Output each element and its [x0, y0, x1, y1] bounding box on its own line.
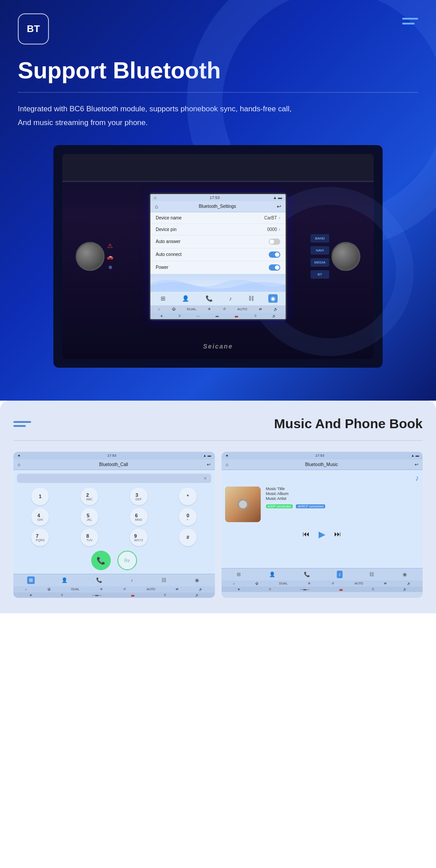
screen-bottom-nav: ⊞ 👤 📞 ♪ ⛓ ◉ [150, 291, 286, 305]
bb-zero2: 0 [254, 314, 256, 318]
nav-person-icon[interactable]: 👤 [180, 294, 191, 303]
section-ham-line-1 [13, 421, 31, 423]
ctb-arrow[interactable]: ⇄ [176, 588, 178, 591]
nav-link-icon[interactable]: ⛓ [246, 294, 256, 303]
media-button[interactable]: MEDIA [311, 258, 329, 267]
left-knob[interactable] [76, 242, 105, 271]
band-button[interactable]: BAND [311, 234, 329, 243]
toolbar-snowflake[interactable]: ❄ [208, 307, 211, 311]
screen-back-icon[interactable]: ↩ [277, 203, 281, 210]
mtb-loop[interactable]: ↺ [331, 582, 334, 585]
next-button[interactable]: ⏭ [334, 530, 341, 538]
call-home-icon[interactable]: ⌂ [18, 462, 20, 467]
toolbar-loop[interactable]: ↺ [223, 307, 226, 311]
music-nav-link[interactable]: ⛓ [367, 571, 376, 578]
dial-key-1[interactable]: 1 [31, 487, 49, 505]
screen-home-icon[interactable]: ⌂ [155, 203, 158, 210]
music-nav-music[interactable]: ♪ [337, 571, 343, 578]
ctb-power[interactable]: ⏻ [48, 588, 51, 591]
mtb-power[interactable]: ⏻ [255, 582, 258, 585]
mtb-arrow[interactable]: ⇄ [384, 582, 387, 585]
call-nav-person[interactable]: 👤 [60, 576, 69, 584]
bb-back[interactable]: ◄ [160, 314, 163, 318]
screen-statusbar: ⌂ 17:53 ▲ ▬ [150, 194, 286, 201]
dial-key-6[interactable]: 6MNO [130, 508, 148, 526]
auto-answer-toggle[interactable] [269, 239, 280, 245]
toolbar-home[interactable]: ⌂ [158, 307, 160, 311]
dial-key-9[interactable]: 9WXYZ [130, 528, 148, 546]
cbb-back[interactable]: ◄ [29, 593, 32, 597]
call-nav-link[interactable]: ⛓ [160, 576, 168, 584]
call-back-icon[interactable]: ↩ [207, 462, 210, 467]
dial-key-3[interactable]: 3DEF [130, 487, 148, 505]
mbb-vol[interactable]: 🔊 [403, 588, 407, 591]
call-nav-phone[interactable]: 📞 [94, 576, 104, 584]
nav-grid-icon[interactable]: ⊞ [158, 294, 168, 303]
mtb-flake[interactable]: ❄ [308, 582, 311, 585]
music-nav-grid[interactable]: ⊞ [235, 571, 242, 578]
status-time: 17:53 [210, 195, 220, 200]
toolbar-power[interactable]: ⏻ [172, 307, 175, 311]
call-nav-music[interactable]: ♪ [129, 576, 135, 584]
navi-button[interactable]: NAVI [311, 246, 329, 255]
hamburger-menu[interactable] [402, 13, 418, 24]
mbb-back[interactable]: ◄ [237, 588, 240, 591]
dial-key-2[interactable]: 2ABC [81, 487, 98, 505]
bt-button[interactable]: BT [311, 270, 329, 279]
nav-music-icon[interactable]: ♪ [227, 294, 234, 303]
call-search-bar[interactable]: ✕ [17, 474, 211, 483]
dial-key-8[interactable]: 8TUV [81, 528, 98, 546]
dial-key-hash[interactable]: # [179, 528, 197, 546]
bb-vol[interactable]: 🔊 [272, 314, 276, 318]
dial-key-5[interactable]: 5JKL [81, 508, 98, 526]
device-name-label: Device name [156, 215, 182, 220]
mtb-home[interactable]: ⌂ [233, 582, 235, 585]
mbb-car: 🚗 [339, 588, 343, 591]
album-art [225, 487, 261, 522]
redial-button[interactable]: Re [117, 551, 137, 570]
play-button[interactable]: ▶ [319, 529, 325, 539]
ctb-loop[interactable]: ↺ [123, 588, 126, 591]
music-nav-eye[interactable]: ◉ [401, 571, 409, 578]
cbb-0b: 0 [164, 593, 166, 597]
brand-name: Seicane [203, 343, 233, 350]
auto-connect-toggle[interactable] [269, 251, 280, 258]
call-titlebar: ⌂ Bluetooth_Call ↩ [13, 459, 215, 470]
prev-button[interactable]: ⏮ [303, 530, 310, 538]
ctb-flake[interactable]: ❄ [100, 588, 103, 591]
cbb-prog: —▬— [92, 593, 101, 597]
dial-key-4[interactable]: 4GHI [31, 508, 49, 526]
toolbar-arrow[interactable]: ⇄ [259, 307, 262, 311]
ac-icon[interactable]: ❄ [108, 264, 113, 271]
call-nav-grid[interactable]: ⊞ [27, 576, 35, 584]
nav-phone-icon[interactable]: 📞 [203, 294, 215, 303]
music-home-icon[interactable]: ⌂ [226, 462, 229, 467]
call-nav-eye[interactable]: ◉ [193, 576, 201, 584]
chevron-icon: › [279, 215, 280, 220]
car-container: ⚠ 🚗 ❄ ⌂ 17:53 ▲ ▬ ⌂ Bluetooth_Settin [18, 145, 418, 368]
music-nav-phone[interactable]: 📞 [302, 571, 312, 578]
warning-icon[interactable]: ⚠ [107, 242, 113, 249]
auto-connect-row: Auto connect [150, 248, 286, 261]
section-hamburger[interactable] [13, 421, 31, 427]
right-knob[interactable] [331, 242, 360, 271]
cbb-vol[interactable]: 🔊 [195, 593, 199, 597]
nav-eye-icon[interactable]: ◉ [268, 294, 278, 303]
music-back-icon[interactable]: ↩ [415, 462, 418, 467]
bb-bar[interactable]: ▬ [215, 314, 218, 318]
dial-key-0[interactable]: 0+ [179, 508, 197, 526]
dial-key-star[interactable]: * [179, 487, 197, 505]
car-icon[interactable]: 🚗 [107, 254, 113, 260]
call-button[interactable]: 📞 [91, 551, 111, 570]
ctb-vol[interactable]: 🔊 [199, 588, 203, 591]
mbb-0b: 0 [372, 588, 374, 591]
mtb-vol[interactable]: 🔊 [407, 582, 411, 585]
toolbar-vol[interactable]: 🔊 [274, 307, 278, 311]
music-nav-person[interactable]: 👤 [267, 571, 277, 578]
search-close-icon[interactable]: ✕ [203, 476, 207, 481]
ctb-home[interactable]: ⌂ [25, 588, 27, 591]
chevron-icon-2: › [279, 227, 280, 232]
power-toggle[interactable] [269, 264, 280, 271]
dial-key-7[interactable]: 7PQRS [31, 528, 49, 546]
music-badges: A2DP connected AVRCP connected [266, 501, 420, 509]
